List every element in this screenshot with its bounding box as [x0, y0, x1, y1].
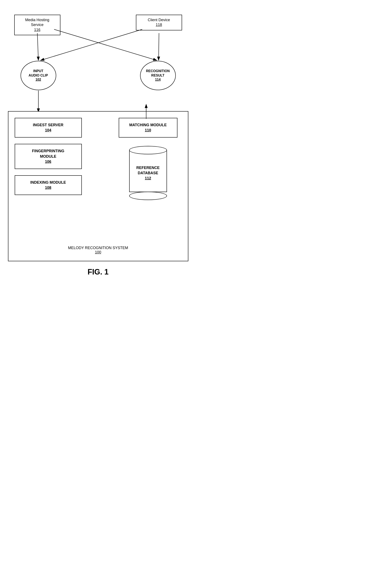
- input-audio-clip-ellipse: INPUT AUDIO CLIP 102: [21, 61, 56, 90]
- ingest-server-box: INGEST SERVER 104: [15, 118, 82, 138]
- ref-db-line1: REFERENCE: [136, 165, 160, 171]
- recognition-result-line1: RECOGNITION: [146, 69, 170, 73]
- matching-module-number: 110: [123, 128, 173, 133]
- input-audio-clip-number: 102: [35, 78, 41, 82]
- cylinder-bottom: [129, 192, 167, 200]
- cylinder-top: [129, 146, 167, 154]
- fingerprinting-number: 106: [19, 159, 77, 164]
- diagram-container: Media Hosting Service 116 Client Device …: [8, 8, 188, 276]
- media-hosting-label: Media Hosting Service: [18, 18, 56, 28]
- client-device-label: Client Device: [140, 18, 178, 23]
- cylinder-body: REFERENCE DATABASE 112: [129, 150, 167, 192]
- media-hosting-service-box: Media Hosting Service 116: [14, 15, 60, 35]
- ref-db-line2: DATABASE: [138, 171, 158, 176]
- indexing-number: 108: [19, 185, 77, 190]
- system-number: 100: [15, 250, 182, 255]
- input-audio-clip-line1: INPUT: [33, 69, 43, 73]
- indexing-line1: INDEXING MODULE: [19, 180, 77, 185]
- matching-module-box: MATCHING MODULE 110: [119, 118, 178, 138]
- left-column: INGEST SERVER 104 FINGERPRINTING MODULE …: [15, 118, 82, 239]
- recognition-result-ellipse: RECOGNITION RESULT 114: [140, 61, 176, 90]
- melody-recognition-system-box: INGEST SERVER 104 FINGERPRINTING MODULE …: [8, 111, 188, 261]
- figure-label: FIG. 1: [88, 268, 108, 276]
- recognition-result-number: 114: [155, 78, 161, 82]
- input-audio-clip-line2: AUDIO CLIP: [29, 73, 48, 78]
- ingest-server-number: 104: [19, 128, 77, 133]
- media-hosting-number: 116: [18, 28, 56, 32]
- svg-line-2: [37, 33, 38, 60]
- system-label: MELODY RECOGNITION SYSTEM: [15, 246, 182, 250]
- ingest-server-label: INGEST SERVER: [19, 122, 77, 128]
- matching-module-label: MATCHING MODULE: [123, 122, 173, 128]
- system-inner: INGEST SERVER 104 FINGERPRINTING MODULE …: [15, 118, 182, 239]
- ref-db-number: 112: [145, 176, 151, 181]
- fingerprinting-line1: FINGERPRINTING: [19, 148, 77, 154]
- fingerprinting-module-box: FINGERPRINTING MODULE 106: [15, 144, 82, 169]
- indexing-module-box: INDEXING MODULE 108: [15, 175, 82, 195]
- svg-line-3: [54, 29, 157, 60]
- top-section: Media Hosting Service 116 Client Device …: [8, 8, 188, 117]
- fingerprinting-line2: MODULE: [19, 154, 77, 159]
- client-device-box: Client Device 118: [136, 15, 182, 30]
- recognition-result-line2: RESULT: [151, 73, 164, 78]
- client-device-number: 118: [140, 23, 178, 27]
- svg-line-4: [159, 33, 159, 60]
- right-column: MATCHING MODULE 110 REFERENCE DATABASE 1…: [115, 118, 182, 239]
- reference-database-cylinder: REFERENCE DATABASE 112: [125, 146, 171, 200]
